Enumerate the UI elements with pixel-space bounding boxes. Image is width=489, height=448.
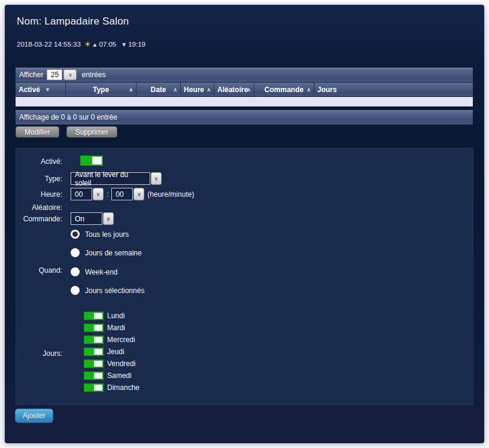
chevron-down-icon[interactable]: ∨ [103, 212, 114, 225]
day-label: Samedi [107, 371, 132, 380]
sort-desc-icon: ▼ [45, 87, 50, 93]
time-separator: : [107, 190, 108, 199]
day-toggle-thursday[interactable] [84, 348, 104, 356]
toggle-knob [94, 361, 102, 367]
days-label: Jours: [14, 349, 62, 358]
column-header-aleatoire[interactable]: Aléatoire ∧ [214, 83, 254, 96]
enabled-toggle[interactable] [80, 156, 103, 166]
column-header-commande[interactable]: Commande ∧ [254, 83, 314, 96]
column-header-jours[interactable]: Jours [314, 83, 473, 96]
when-label: Quand: [14, 266, 62, 275]
sunset-arrow-icon: ▼ [121, 41, 127, 48]
sort-icon: ∧ [129, 87, 133, 93]
device-schedule-panel: Nom: Lampadaire Salon 2018-03-22 14:55:3… [5, 5, 484, 443]
column-header-date[interactable]: Date ∧ [136, 83, 181, 96]
day-toggle-monday[interactable] [84, 312, 104, 320]
toggle-knob [92, 157, 102, 164]
datetime-line: 2018-03-22 14:55:33 ☀ ▲ 07:05 ▼ 19:19 [17, 40, 145, 48]
enabled-label: Activé: [14, 157, 62, 166]
minute-select[interactable]: 00 [111, 188, 133, 200]
sunrise-arrow-icon: ▲ [92, 41, 98, 48]
chevron-down-icon[interactable]: ∨ [133, 188, 144, 200]
sort-icon: ∧ [206, 87, 211, 93]
radio-weekdays[interactable] [71, 248, 80, 257]
radio-selected-days[interactable] [71, 286, 80, 295]
day-toggle-wednesday[interactable] [84, 336, 104, 344]
entries-per-page-select[interactable]: 25 [47, 69, 62, 80]
type-select[interactable]: Avant le lever du soleil [71, 172, 150, 185]
sun-icon: ☀ [84, 40, 91, 48]
time-label: Heure: [14, 190, 62, 199]
column-header-type[interactable]: Type ∧ [66, 83, 136, 96]
length-label-after: entrées [81, 71, 105, 79]
radio-every-day[interactable] [71, 230, 80, 239]
length-label-before: Afficher [19, 71, 43, 79]
day-toggle-friday[interactable] [84, 359, 104, 368]
sunrise-time: 07:05 [99, 41, 116, 48]
page-title: Nom: Lampadaire Salon [17, 16, 129, 28]
empty-table-row [16, 97, 473, 107]
sort-icon: ∧ [173, 87, 177, 93]
radio-label: Jours de semaine [85, 249, 142, 257]
column-header-active[interactable]: Activé ▼ [16, 83, 66, 96]
table-info-text: Affichage de 0 à 0 sur 0 entrée [19, 113, 117, 121]
toggle-knob [94, 385, 102, 391]
radio-label: Jours sélectionnés [85, 287, 144, 295]
day-label: Vendredi [107, 359, 135, 368]
radio-label: Week-end [85, 268, 117, 276]
day-label: Lundi [107, 312, 124, 320]
schedule-form: Activé: Type: Avant le lever du soleil ∨… [16, 148, 473, 405]
delete-button[interactable]: Supprimer [66, 126, 117, 138]
chevron-down-icon[interactable]: ∨ [63, 69, 77, 80]
table-header-row: Activé ▼ Type ∧ Date ∧ Heure ∧ Aléatoire… [16, 83, 473, 97]
column-header-heure[interactable]: Heure ∧ [181, 83, 214, 96]
toggle-knob [94, 373, 102, 379]
day-label: Jeudi [107, 348, 124, 356]
toggle-knob [94, 313, 102, 319]
day-label: Dimanche [107, 383, 139, 392]
radio-label: Tous les jours [85, 230, 129, 239]
toggle-knob [94, 337, 102, 343]
day-label: Mercredi [107, 336, 135, 344]
sunset-time: 19:19 [128, 41, 145, 48]
random-label: Aléatoire: [14, 203, 62, 212]
edit-button[interactable]: Modifier [16, 126, 59, 138]
chevron-down-icon[interactable]: ∨ [151, 172, 162, 185]
day-toggle-tuesday[interactable] [84, 324, 104, 332]
command-select[interactable]: On [71, 212, 102, 225]
chevron-down-icon[interactable]: ∨ [93, 188, 104, 200]
command-label: Commande: [14, 215, 62, 223]
time-hint: (heure/minute) [147, 190, 194, 199]
table-info-bar: Affichage de 0 à 0 sur 0 entrée [16, 110, 473, 125]
radio-weekend[interactable] [71, 267, 80, 276]
toggle-knob [94, 349, 102, 355]
row-actions: Modifier Supprimer [16, 126, 117, 138]
table-length-bar: Afficher 25 ∨ entrées [16, 68, 473, 83]
type-label: Type: [14, 175, 62, 183]
day-toggle-sunday[interactable] [84, 383, 104, 392]
current-datetime: 2018-03-22 14:55:33 [17, 41, 81, 48]
add-button[interactable]: Ajouter [15, 409, 53, 423]
schedule-table: Afficher 25 ∨ entrées Activé ▼ Type ∧ Da… [16, 68, 473, 125]
hour-select[interactable]: 00 [71, 188, 92, 200]
toggle-knob [94, 325, 102, 331]
sort-icon: ∧ [247, 87, 251, 93]
day-label: Mardi [107, 324, 125, 332]
sort-icon: ∧ [306, 87, 311, 93]
day-toggle-saturday[interactable] [84, 371, 104, 380]
